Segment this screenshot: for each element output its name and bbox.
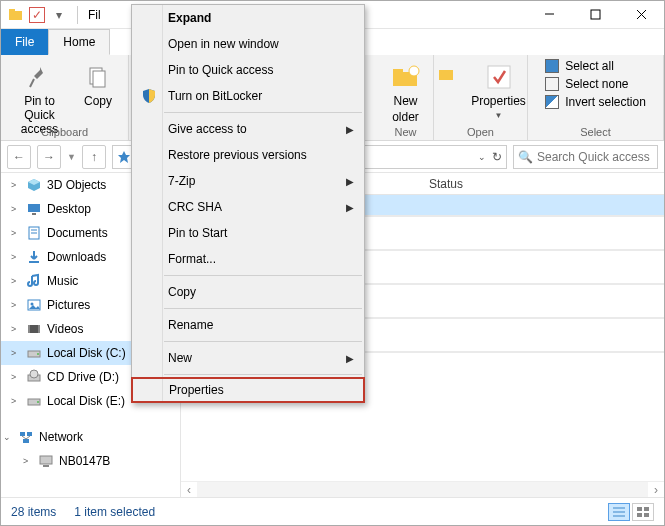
copy-label: Copy	[84, 95, 112, 109]
divider	[77, 6, 78, 24]
chevron-right-icon[interactable]: >	[11, 228, 21, 238]
ctx-give-access[interactable]: Give access to▶	[132, 116, 364, 142]
refresh-button[interactable]: ↻	[492, 150, 502, 164]
ctx-crc-sha[interactable]: CRC SHA▶	[132, 194, 364, 220]
svg-point-11	[409, 66, 419, 76]
ctx-rename[interactable]: Rename	[132, 312, 364, 338]
search-icon: 🔍	[518, 150, 533, 164]
ribbon-group-label: Select	[580, 126, 611, 138]
divider	[164, 112, 362, 113]
svg-rect-44	[637, 513, 642, 517]
video-icon	[26, 321, 42, 337]
sidebar-item-label: NB0147B	[59, 454, 110, 468]
pic-icon	[26, 297, 42, 313]
quick-access-icon	[117, 150, 131, 164]
copy-button[interactable]: Copy	[78, 59, 118, 111]
cube-icon	[26, 177, 42, 193]
chevron-right-icon: ▶	[346, 176, 354, 187]
back-button[interactable]: ←	[7, 145, 31, 169]
properties-icon	[483, 61, 515, 93]
tab-file[interactable]: File	[1, 29, 48, 55]
history-dropdown[interactable]: ▼	[67, 152, 76, 162]
ctx-expand-label: Expand	[168, 11, 211, 25]
svg-rect-25	[38, 325, 40, 333]
sidebar-item-label: Desktop	[47, 202, 91, 216]
chevron-right-icon[interactable]: >	[23, 456, 33, 466]
chevron-right-icon[interactable]: >	[11, 396, 21, 406]
ribbon-group-new: New older New	[378, 55, 434, 140]
chevron-right-icon[interactable]: >	[11, 324, 21, 334]
svg-rect-1	[9, 9, 15, 12]
select-none-icon	[545, 77, 559, 91]
chevron-down-icon[interactable]: ⌄	[3, 432, 13, 442]
svg-rect-24	[28, 325, 30, 333]
ctx-rename-label: Rename	[168, 318, 213, 332]
ctx-format[interactable]: Format...	[132, 246, 364, 272]
sidebar-item-network-pc[interactable]: >NB0147B	[1, 449, 180, 473]
ctx-pin-quick-access[interactable]: Pin to Quick access	[132, 57, 364, 83]
select-all-button[interactable]: Select all	[545, 59, 646, 73]
ctx-expand[interactable]: Expand	[132, 5, 364, 31]
open-flyout-button[interactable]	[433, 63, 459, 85]
chevron-right-icon[interactable]: >	[11, 180, 21, 190]
maximize-button[interactable]	[572, 1, 618, 29]
ctx-pin-start[interactable]: Pin to Start	[132, 220, 364, 246]
column-status[interactable]: Status	[429, 177, 463, 191]
svg-rect-38	[43, 465, 49, 467]
properties-label: Properties	[471, 95, 526, 109]
sidebar-item-network[interactable]: ⌄Network	[1, 425, 180, 449]
network-icon	[18, 429, 34, 445]
svg-rect-20	[29, 261, 39, 263]
svg-rect-33	[27, 432, 32, 436]
chevron-right-icon[interactable]: >	[11, 204, 21, 214]
svg-rect-42	[637, 507, 642, 511]
address-dropdown[interactable]: ⌄	[478, 152, 486, 162]
qat-more-icon[interactable]: ▾	[51, 7, 67, 23]
ctx-copy-label: Copy	[168, 285, 196, 299]
ctx-7zip[interactable]: 7-Zip▶	[132, 168, 364, 194]
search-input[interactable]: 🔍 Search Quick access	[513, 145, 658, 169]
ctx-copy[interactable]: Copy	[132, 279, 364, 305]
tab-home[interactable]: Home	[48, 29, 110, 55]
svg-rect-10	[393, 69, 403, 73]
ctx-bitlocker-label: Turn on BitLocker	[168, 89, 262, 103]
new-folder-button[interactable]: New older	[386, 59, 426, 127]
tab-home-label: Home	[63, 35, 95, 49]
select-all-icon	[545, 59, 559, 73]
ribbon-group-label: Clipboard	[41, 126, 88, 138]
ctx-new[interactable]: New▶	[132, 345, 364, 371]
close-button[interactable]	[618, 1, 664, 29]
ctx-bitlocker[interactable]: Turn on BitLocker	[132, 83, 364, 109]
chevron-right-icon[interactable]: >	[11, 276, 21, 286]
sidebar-item-label: Local Disk (E:)	[47, 394, 125, 408]
chevron-right-icon[interactable]: >	[11, 300, 21, 310]
ribbon-group-label: Open	[467, 126, 494, 138]
divider	[164, 341, 362, 342]
chevron-right-icon[interactable]: >	[11, 372, 21, 382]
details-view-button[interactable]	[608, 503, 630, 521]
ctx-give-access-label: Give access to	[168, 122, 247, 136]
checkbox-icon[interactable]: ✓	[29, 7, 45, 23]
ctx-restore-versions[interactable]: Restore previous versions	[132, 142, 364, 168]
svg-rect-32	[20, 432, 25, 436]
chevron-right-icon[interactable]: >	[11, 348, 21, 358]
ctx-7zip-label: 7-Zip	[168, 174, 195, 188]
properties-button[interactable]: Properties ▼	[469, 59, 529, 122]
app-title: Fil	[88, 8, 101, 22]
cd-icon	[26, 369, 42, 385]
ctx-pin-quick-label: Pin to Quick access	[168, 63, 273, 77]
ctx-open-new-window[interactable]: Open in new window	[132, 31, 364, 57]
invert-selection-button[interactable]: Invert selection	[545, 95, 646, 109]
forward-button[interactable]: →	[37, 145, 61, 169]
ctx-properties[interactable]: Properties	[131, 377, 365, 403]
svg-rect-34	[23, 439, 29, 443]
thumbnails-view-button[interactable]	[632, 503, 654, 521]
ctx-format-label: Format...	[168, 252, 216, 266]
chevron-right-icon[interactable]: >	[11, 252, 21, 262]
svg-rect-15	[28, 204, 40, 212]
horizontal-scrollbar[interactable]: ‹ ›	[181, 481, 664, 497]
svg-rect-37	[40, 456, 52, 464]
up-button[interactable]: ↑	[82, 145, 106, 169]
minimize-button[interactable]	[526, 1, 572, 29]
select-none-button[interactable]: Select none	[545, 77, 646, 91]
